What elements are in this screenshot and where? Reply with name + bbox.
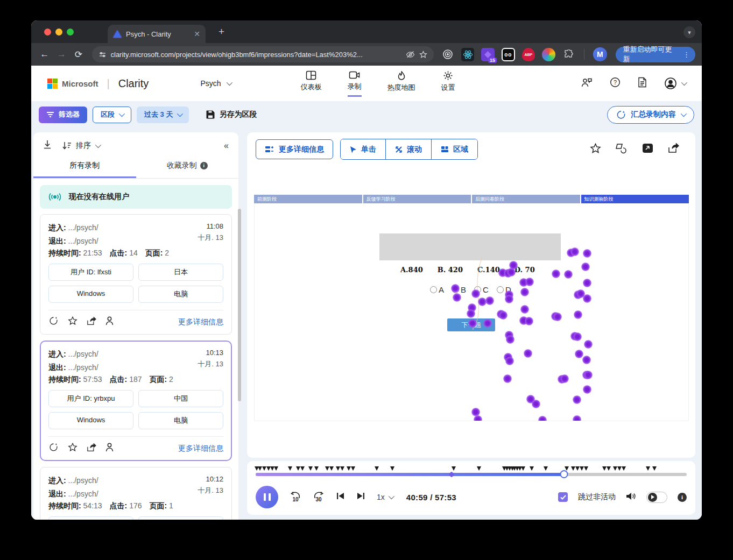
extensions-puzzle-icon[interactable] [562, 48, 576, 61]
volume-icon[interactable] [626, 492, 636, 503]
timeline-marker[interactable] [351, 466, 355, 471]
back-button[interactable]: ← [38, 49, 52, 60]
info-icon[interactable]: i [678, 493, 687, 502]
recording-card[interactable]: 进入: .../psych/ 退出: .../psych/ 10:12 十月. … [40, 467, 232, 520]
session-chip[interactable]: 电脑 [138, 286, 223, 303]
minimize-window-button[interactable] [55, 29, 62, 36]
chrome-update-button[interactable]: 重新启动即可更新 ⋮ [616, 47, 695, 62]
nav-recordings[interactable]: 录制 [348, 70, 362, 97]
next-session-button[interactable] [356, 492, 365, 502]
timeline-marker[interactable] [646, 466, 650, 471]
timeline-marker[interactable] [390, 466, 394, 471]
timeline-marker[interactable] [375, 466, 379, 471]
summarize-recordings-button[interactable]: 汇总录制内容 [607, 106, 694, 124]
help-icon[interactable]: ? [610, 77, 621, 90]
timeline-marker[interactable] [622, 466, 626, 471]
session-chip[interactable]: Windows [48, 412, 133, 429]
recording-card[interactable]: 进入: .../psych/ 退出: .../psych/ 10:13 十月. … [40, 341, 232, 461]
recording-card[interactable]: 进入: .../psych/ 退出: .../psych/ 11:08 十月. … [40, 214, 232, 335]
extension-target-icon[interactable] [441, 48, 454, 61]
bookmark-star-icon[interactable] [419, 51, 427, 59]
user-sessions-icon[interactable] [105, 316, 114, 328]
timeline-marker[interactable] [325, 466, 329, 471]
site-settings-icon[interactable] [98, 51, 107, 59]
reload-button[interactable]: ⟳ [72, 49, 86, 60]
extension-adblock-icon[interactable]: ABP [522, 48, 535, 61]
extension-colorful-icon[interactable] [542, 48, 555, 61]
timeline-marker[interactable] [288, 466, 292, 471]
picture-in-picture-icon[interactable] [642, 143, 653, 155]
timeline-marker[interactable] [340, 466, 344, 471]
forward-30-button[interactable]: 30 [313, 492, 325, 502]
nav-dashboard[interactable]: 仪表板 [301, 70, 322, 97]
clicks-toggle[interactable]: 单击 [341, 139, 385, 159]
segment-dropdown[interactable]: 区段 [93, 107, 131, 123]
timeline-marker[interactable] [452, 466, 456, 471]
timeline-marker[interactable] [521, 466, 525, 471]
scroll-toggle[interactable]: 滚动 [385, 139, 431, 159]
timeline-track[interactable] [256, 473, 687, 476]
autoplay-toggle[interactable] [646, 492, 667, 503]
feedback-icon[interactable] [581, 77, 593, 90]
session-chip[interactable]: 日本 [138, 516, 223, 520]
eye-off-icon[interactable] [406, 51, 415, 59]
rewind-10-button[interactable]: 10 [290, 492, 301, 502]
playback-speed-dropdown[interactable]: 1x [377, 493, 393, 501]
favorite-star-icon[interactable] [68, 316, 77, 328]
collapse-sidebar-icon[interactable]: « [224, 141, 229, 151]
timeline-marker[interactable] [613, 466, 617, 471]
timeline-marker[interactable] [602, 466, 607, 471]
skip-inactivity-checkbox[interactable] [558, 492, 568, 502]
tab-close-icon[interactable]: ✕ [194, 30, 200, 38]
sidebar-scrollbar[interactable] [238, 209, 241, 401]
timeline-marker[interactable] [575, 466, 580, 471]
more-details-button[interactable]: 更多详细信息 [256, 139, 333, 159]
url-text[interactable]: clarity.microsoft.com/projects/view/ohig… [111, 51, 402, 59]
zoom-window-button[interactable] [67, 29, 74, 36]
timeline-marker[interactable] [652, 466, 657, 471]
timeline-marker[interactable] [300, 466, 305, 471]
tab-search-chevron-icon[interactable]: ▾ [683, 26, 695, 38]
user-sessions-icon[interactable] [105, 443, 114, 454]
macos-traffic-lights[interactable] [44, 29, 74, 36]
filters-button[interactable]: 筛选器 [39, 107, 87, 123]
project-selector[interactable]: Psych [200, 79, 230, 88]
nav-settings[interactable]: 设置 [441, 70, 455, 97]
timeline-marker[interactable] [544, 466, 548, 471]
session-chip[interactable]: 电脑 [138, 412, 223, 429]
timeline-marker[interactable] [617, 466, 622, 471]
session-chip[interactable]: 中国 [138, 390, 223, 407]
share-session-icon[interactable] [87, 317, 96, 328]
timeline-marker[interactable] [274, 466, 278, 471]
session-chip[interactable]: 日本 [138, 264, 223, 281]
timeline-marker[interactable] [530, 466, 534, 471]
more-details-link[interactable]: 更多详细信息 [178, 444, 223, 453]
browser-menu-icon[interactable]: ⋮ [681, 51, 692, 59]
compare-shapes-icon[interactable] [616, 143, 628, 156]
timeline-playhead[interactable] [560, 470, 568, 478]
address-bar[interactable]: clarity.microsoft.com/projects/view/ohig… [92, 46, 434, 62]
browser-tab[interactable]: Psych - Clarity ✕ [108, 25, 206, 43]
sidebar-tab-1[interactable]: 收藏录制i [136, 155, 239, 178]
share-session-icon[interactable] [87, 443, 96, 454]
nav-heatmaps[interactable]: 热度地图 [387, 70, 415, 97]
favorite-star-icon[interactable] [68, 443, 77, 454]
date-range-dropdown[interactable]: 过去 3 天 [137, 107, 189, 123]
timeline-marker[interactable] [580, 466, 584, 471]
browser-profile-avatar[interactable]: M [593, 47, 607, 61]
timeline-marker[interactable] [347, 466, 351, 471]
favorite-star-icon[interactable] [590, 143, 601, 156]
timeline-marker[interactable] [336, 466, 340, 471]
timeline-marker[interactable] [314, 466, 319, 471]
share-icon[interactable] [668, 143, 679, 155]
sort-dropdown[interactable]: 排序 [62, 141, 100, 151]
area-toggle[interactable]: 区域 [431, 139, 477, 159]
timeline-marker[interactable] [262, 466, 266, 471]
new-tab-button[interactable]: + [213, 26, 230, 38]
extension-purple-icon[interactable]: 15 [481, 48, 495, 61]
timeline-marker[interactable] [308, 466, 313, 471]
timeline-marker[interactable] [607, 466, 611, 471]
pause-button[interactable] [256, 486, 278, 508]
timeline[interactable] [256, 465, 687, 480]
session-chip[interactable]: 用户 ID: lfxsti [48, 516, 133, 520]
